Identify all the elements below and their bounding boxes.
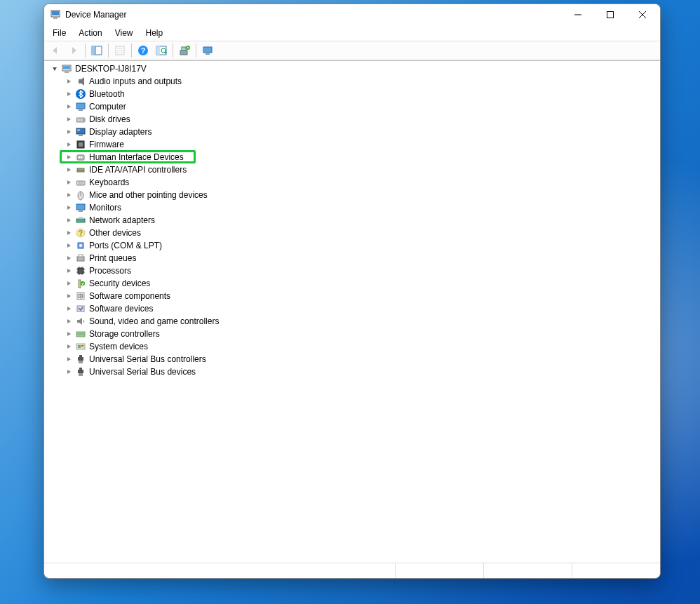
expand-icon[interactable]: [64, 89, 74, 99]
expand-icon[interactable]: [64, 203, 74, 213]
expand-icon[interactable]: [64, 329, 74, 339]
port-icon: [75, 240, 86, 251]
expand-icon[interactable]: [64, 291, 74, 301]
menu-help[interactable]: Help: [140, 27, 169, 39]
tree-category-label: Keyboards: [88, 177, 130, 187]
scan-hardware-button[interactable]: [153, 42, 170, 59]
close-button[interactable]: [626, 4, 659, 25]
expand-icon[interactable]: [64, 215, 74, 225]
tree-category-label: Firmware: [88, 140, 126, 149]
expand-icon[interactable]: [64, 316, 74, 326]
computer-icon: [61, 63, 72, 74]
tree-category-label: Software components: [88, 291, 172, 301]
menu-file[interactable]: File: [47, 27, 72, 39]
expand-icon[interactable]: [64, 354, 74, 364]
tree-category-node[interactable]: Universal Serial Bus controllers: [62, 353, 660, 365]
menu-view[interactable]: View: [109, 27, 139, 39]
tree-category-node[interactable]: Security devices: [62, 277, 660, 290]
svg-rect-4: [607, 12, 614, 18]
app-icon: [50, 9, 61, 20]
expand-icon[interactable]: [64, 304, 74, 314]
tree-category-label: Display adapters: [88, 127, 153, 137]
system-icon: [75, 341, 86, 352]
tree-category-node[interactable]: Monitors: [62, 201, 660, 214]
add-legacy-hardware-button[interactable]: [176, 42, 193, 59]
audio-icon: [75, 76, 86, 87]
titlebar[interactable]: Device Manager: [44, 4, 660, 25]
tree-category-node[interactable]: Network adapters: [62, 214, 660, 227]
tree-category-node[interactable]: Audio inputs and outputs: [62, 75, 660, 88]
expand-icon[interactable]: [64, 152, 74, 162]
tree-category-node[interactable]: Bluetooth: [62, 88, 660, 100]
software-component-icon: [75, 290, 86, 302]
tree-category-node[interactable]: Software components: [62, 290, 660, 302]
tree-category-node[interactable]: Universal Serial Bus devices: [62, 365, 660, 378]
tree-category-label: Computer: [88, 102, 128, 112]
expand-icon[interactable]: [64, 367, 74, 377]
collapse-icon[interactable]: [50, 64, 60, 74]
expand-icon[interactable]: [64, 102, 74, 112]
expand-icon[interactable]: [64, 114, 74, 124]
expand-icon[interactable]: [64, 266, 74, 276]
tree-category-node[interactable]: Other devices: [62, 227, 660, 239]
expand-icon[interactable]: [64, 228, 74, 238]
usb-icon: [75, 354, 86, 365]
tree-category-node[interactable]: Computer: [62, 100, 660, 113]
toolbar: ?: [44, 41, 660, 60]
tree-category-label: Processors: [88, 266, 133, 276]
properties-button[interactable]: [112, 42, 128, 59]
expand-icon[interactable]: [64, 165, 74, 175]
storage-icon: [75, 328, 86, 340]
devices-button[interactable]: [199, 42, 216, 59]
tree-category-label: Print queues: [88, 253, 137, 263]
expand-icon[interactable]: [64, 76, 74, 86]
tree-category-label: Audio inputs and outputs: [88, 76, 183, 86]
expand-icon[interactable]: [64, 190, 74, 200]
tree-root-node[interactable]: DESKTOP-IJ8I17V: [48, 62, 660, 75]
expand-icon[interactable]: [64, 278, 74, 288]
status-bar: [44, 563, 660, 578]
monitor-icon: [75, 202, 86, 213]
forward-button[interactable]: [65, 42, 82, 59]
monitor-icon: [75, 101, 86, 112]
tree-category-node[interactable]: Disk drives: [62, 113, 660, 126]
tree-category-node[interactable]: Ports (COM & LPT): [62, 239, 660, 252]
expand-icon[interactable]: [64, 127, 74, 137]
tree-category-label: Security devices: [88, 278, 152, 288]
expand-icon[interactable]: [64, 342, 74, 351]
back-button[interactable]: [47, 42, 64, 59]
expand-icon[interactable]: [64, 241, 74, 250]
show-hide-console-tree-button[interactable]: [88, 42, 105, 59]
expand-icon[interactable]: [64, 253, 74, 263]
separator: [196, 43, 196, 58]
maximize-button[interactable]: [594, 4, 626, 25]
bluetooth-icon: [75, 88, 86, 100]
tree-category-node[interactable]: Software devices: [62, 302, 660, 315]
menu-action[interactable]: Action: [73, 27, 107, 39]
display-adapter-icon: [75, 126, 86, 137]
expand-icon[interactable]: [64, 140, 74, 149]
tree-category-node[interactable]: Processors: [62, 264, 660, 277]
svg-rect-8: [92, 46, 95, 55]
tree-category-node[interactable]: Mice and other pointing devices: [62, 189, 660, 201]
minimize-button[interactable]: [562, 4, 594, 25]
tree-category-node[interactable]: Print queues: [62, 252, 660, 264]
tree-category-node[interactable]: Sound, video and game controllers: [62, 315, 660, 328]
svg-rect-21: [182, 47, 186, 51]
device-tree[interactable]: DESKTOP-IJ8I17V Audio inputs and outputs…: [44, 62, 660, 378]
tree-category-label: Universal Serial Bus controllers: [88, 354, 208, 364]
tree-category-label: Universal Serial Bus devices: [88, 367, 197, 377]
tree-category-node[interactable]: Firmware: [62, 138, 660, 151]
tree-category-label: Human Interface Devices: [88, 152, 185, 162]
tree-category-label: Storage controllers: [88, 329, 161, 339]
security-icon: [75, 278, 86, 289]
tree-category-node[interactable]: Keyboards: [62, 176, 660, 189]
tree-category-node[interactable]: Human Interface Devices: [62, 151, 660, 163]
tree-category-node[interactable]: System devices: [62, 340, 660, 353]
tree-category-node[interactable]: Storage controllers: [62, 328, 660, 340]
device-tree-pane[interactable]: DESKTOP-IJ8I17V Audio inputs and outputs…: [44, 60, 660, 563]
tree-category-node[interactable]: Display adapters: [62, 126, 660, 138]
help-button[interactable]: ?: [135, 42, 152, 59]
tree-category-node[interactable]: IDE ATA/ATAPI controllers: [62, 163, 660, 176]
expand-icon[interactable]: [64, 177, 74, 187]
